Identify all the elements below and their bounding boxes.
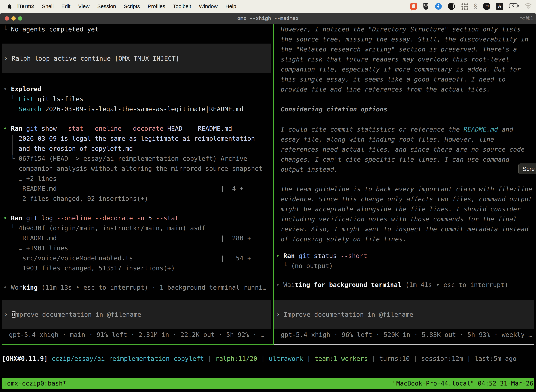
text-segment: output instead.: [281, 166, 338, 173]
dark-crescent-app-icon[interactable]: [448, 3, 455, 10]
apple-menu-icon[interactable]: [7, 3, 12, 9]
left-terminal-pane[interactable]: └ No agents completed yet › Ralph loop a…: [0, 24, 273, 344]
text-segment: [133, 215, 137, 222]
command-run-git-status: • Ran git status --short └ (no output): [276, 251, 367, 271]
command-run-git-show: • Ran git show --stat --oneline --decora…: [3, 123, 263, 204]
text-segment: king: [22, 284, 38, 291]
terminal-line: • Waiting for background terminal (1m 41…: [276, 280, 508, 290]
text-segment: |: [303, 355, 314, 362]
text-segment: Ran: [283, 252, 295, 259]
text-segment: ›: [276, 311, 284, 318]
text-segment: Wor: [11, 284, 22, 291]
prompt-input-left[interactable]: › Improve documentation in @filename: [2, 300, 271, 329]
menu-item-scripts[interactable]: Scripts: [124, 3, 140, 9]
text-segment: might be acceptable alongside the file l…: [281, 205, 521, 213]
recording-indicator-icon[interactable]: [410, 3, 417, 10]
menu-item-edit[interactable]: Edit: [61, 3, 71, 9]
terminal-line: README.md | 280 +: [3, 233, 251, 243]
terminal-line: gpt-5.4 xhigh · 96% left · 520K in · 5.8…: [281, 330, 532, 340]
menu-item-session[interactable]: Session: [97, 3, 116, 9]
text-segment: •: [3, 85, 11, 93]
terminal-line: references need actual files, and since …: [281, 144, 525, 154]
text-segment: README.md | 4 +: [3, 185, 243, 192]
text-segment: (no output): [291, 262, 333, 269]
percent-badge-icon[interactable]: ..61: [483, 3, 490, 10]
terminal-line: provide file and line references from th…: [281, 84, 528, 94]
dots-grid-icon[interactable]: [461, 3, 468, 10]
right-terminal-pane[interactable]: However, I noticed the "Directory Struct…: [274, 24, 536, 344]
text-segment: show: [38, 125, 61, 132]
text-segment: [91, 215, 95, 222]
menu-item-profiles[interactable]: Profiles: [148, 3, 165, 9]
text-segment: [48, 355, 52, 362]
terminal-line: essay file, along with finding root file…: [281, 134, 525, 144]
tmux-host-clock: "MacBook-Pro-44.local" 04:52 31-Mar-26: [392, 378, 533, 389]
text-segment: slight risk that future readers may over…: [281, 56, 509, 63]
text-segment: --stat: [156, 215, 179, 222]
text-segment: However, I noticed the "Directory Struct…: [281, 26, 521, 33]
menu-app-name[interactable]: iTerm2: [17, 3, 34, 9]
explored-summary: • Explored └ List git ls-files Search 20…: [3, 84, 243, 114]
terminal-line: • Ran git show --stat --oneline --decora…: [3, 123, 263, 134]
menu-item-help[interactable]: Help: [225, 3, 236, 9]
text-segment: Considering citation options: [281, 106, 388, 113]
terminal-line: 2 files changed, 92 insertions(+): [3, 194, 263, 204]
terminal-line: [OMX#0.11.9] cczip/essay/ai-reimplementa…: [2, 354, 536, 364]
prompt-input-injected[interactable]: › Ralph loop active continue [OMX_TMUX_I…: [2, 44, 271, 73]
input-source-icon[interactable]: A: [496, 3, 503, 10]
menu-item-window[interactable]: Window: [199, 3, 218, 9]
text-segment: companion analysis without altering the …: [19, 165, 263, 172]
text-segment: changes, I can't cite specific file line…: [281, 156, 509, 163]
text-segment: I: [12, 311, 15, 318]
window-title-bar[interactable]: omx --xhigh --madmax ⌥⌘1: [0, 13, 536, 24]
text-segment: •: [3, 215, 11, 222]
menu-item-view[interactable]: View: [78, 3, 90, 9]
text-segment: ting for background terminal: [295, 281, 402, 288]
text-segment: •: [276, 252, 283, 259]
terminal-line: › Improve documentation in @filename: [2, 309, 271, 319]
command-run-git-log: • Ran git log --oneline --decorate -n 5 …: [3, 213, 251, 273]
terminal-line: of focusing solely on file lines.: [281, 234, 532, 244]
text-segment: 2026-03-09-is-legal-the-same-as-legitima…: [19, 135, 259, 142]
pane-divider[interactable]: [273, 24, 274, 345]
text-segment: last:5m ago: [475, 355, 517, 362]
text-segment: [3, 135, 19, 142]
menu-item-toolbelt[interactable]: Toolbelt: [173, 3, 191, 9]
tree-guide-line: [13, 135, 13, 155]
keyboard-shield-icon[interactable]: [423, 3, 429, 10]
text-segment: └: [3, 26, 11, 33]
menu-item-shell[interactable]: Shell: [42, 3, 54, 9]
terminal-line: README.md | 4 +: [3, 183, 263, 194]
text-segment: mprove documentation in @filename: [15, 311, 141, 318]
omx-status-line: [OMX#0.11.9] cczip/essay/ai-reimplementa…: [2, 354, 536, 364]
text-segment: └: [276, 262, 291, 269]
text-segment: [OMX#0.11.9]: [2, 355, 48, 362]
terminal-line: review. Also, I might want to inspect th…: [281, 224, 532, 234]
agents-notice: └ No agents completed yet: [3, 24, 99, 34]
working-status: • Working (11m 13s • esc to interrupt) ·…: [3, 282, 266, 292]
terminal-line: I could cite commit statistics or refere…: [281, 124, 525, 134]
text-segment: └: [3, 155, 19, 162]
terminal-line: slight risk that future readers may over…: [281, 54, 528, 64]
text-segment: the source tree, missing the essay. Stil…: [281, 36, 528, 43]
prompt-input-right[interactable]: › Improve documentation in @filename: [274, 300, 534, 329]
terminal-line: the source tree, missing the essay. Stil…: [281, 34, 528, 44]
thinking-paragraph-3: The team guideline is to back every impo…: [281, 184, 532, 244]
text-segment: session:12m: [421, 355, 463, 362]
squiggle-hook-icon[interactable]: §: [474, 3, 477, 10]
screen-share-button[interactable]: Scre: [518, 163, 536, 174]
text-segment: … +2 lines: [19, 175, 57, 182]
text-segment: this single essay, it seems like a good …: [281, 76, 506, 83]
battery-icon[interactable]: [509, 3, 519, 9]
terminal-line: The team guideline is to back every impo…: [281, 184, 532, 194]
wifi-icon[interactable]: [524, 3, 532, 10]
terminal-line: • Ran git status --short: [276, 251, 367, 261]
text-segment: README.md: [464, 126, 498, 133]
text-segment: •: [3, 284, 11, 291]
text-segment: |: [410, 355, 421, 362]
text-segment: 2 files changed, 92 insertions(+): [3, 195, 148, 202]
text-segment: ralph:11/20: [215, 355, 257, 362]
terminal-line: evidence. Since this change only affects…: [281, 194, 532, 204]
blue-bolt-badge-icon[interactable]: [435, 3, 442, 10]
text-segment: including verification notes with those …: [281, 215, 517, 223]
